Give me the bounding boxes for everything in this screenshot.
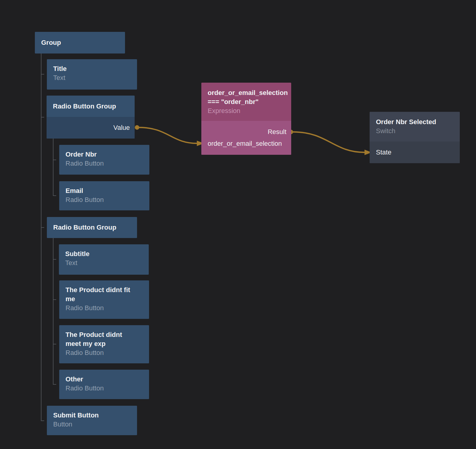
node-radio-button-group-1[interactable]: Radio Button Group Value bbox=[47, 96, 135, 139]
node-title: order_or_email_selection === "order_nbr" bbox=[208, 88, 287, 106]
node-title-text[interactable]: Title Text bbox=[47, 59, 137, 90]
node-title: Email bbox=[66, 186, 131, 195]
tree-tick-product-fit bbox=[53, 299, 56, 300]
node-subtitle: Switch bbox=[376, 127, 456, 136]
node-title: Submit Button bbox=[53, 411, 119, 420]
node-title: Order Nbr Selected bbox=[376, 118, 441, 127]
tree-tick-other bbox=[53, 384, 56, 385]
wire-value-to-expression[interactable] bbox=[139, 127, 197, 143]
node-subtitle: Radio Button bbox=[66, 304, 145, 313]
node-editor-canvas[interactable]: Group Title Text Radio Button Group Valu… bbox=[0, 0, 476, 449]
port-value-label: Value bbox=[113, 123, 130, 132]
node-title: Radio Button Group bbox=[53, 223, 119, 232]
node-radio-button-group-2[interactable]: Radio Button Group bbox=[47, 217, 137, 238]
tree-line-radio-group-1-children bbox=[53, 139, 53, 196]
tree-line-group-children bbox=[41, 53, 41, 421]
node-subtitle: Radio Button bbox=[66, 384, 145, 393]
tree-tick-product-meet bbox=[53, 344, 56, 344]
port-dot-value[interactable] bbox=[135, 125, 139, 130]
port-state-label: State bbox=[376, 148, 391, 157]
tree-tick-title bbox=[41, 74, 44, 75]
tree-tick-order-nbr bbox=[53, 160, 56, 160]
node-title: The Product didnt meet my exp bbox=[66, 330, 131, 348]
node-group[interactable]: Group bbox=[35, 32, 125, 53]
tree-tick-radio-group-1 bbox=[41, 117, 44, 118]
node-title: Subtitle bbox=[65, 249, 131, 258]
node-title: Radio Button Group bbox=[53, 102, 118, 111]
node-title: The Product didnt fit me bbox=[66, 286, 131, 304]
node-group-title: Group bbox=[41, 38, 107, 47]
tree-tick-subtitle bbox=[53, 259, 56, 260]
node-subtitle: Radio Button bbox=[66, 348, 145, 357]
node-other[interactable]: Other Radio Button bbox=[59, 370, 149, 399]
wire-result-to-state[interactable] bbox=[293, 132, 365, 152]
node-submit-button[interactable]: Submit Button Button bbox=[47, 406, 137, 435]
node-title: Title bbox=[53, 64, 119, 73]
node-subtitle: Radio Button bbox=[66, 195, 145, 204]
node-expression[interactable]: order_or_email_selection === "order_nbr"… bbox=[201, 83, 291, 155]
node-order-nbr[interactable]: Order Nbr Radio Button bbox=[59, 145, 149, 175]
tree-tick-email bbox=[53, 195, 56, 196]
port-result[interactable]: Result bbox=[201, 126, 291, 138]
port-state[interactable]: State bbox=[370, 147, 460, 158]
port-order-or-email-selection-label: order_or_email_selection bbox=[208, 139, 282, 148]
node-subtitle: Radio Button bbox=[66, 159, 145, 168]
node-title: Order Nbr bbox=[66, 150, 131, 159]
tree-line-radio-group-2-children bbox=[53, 238, 53, 385]
node-subtitle: Text bbox=[53, 73, 133, 82]
port-value[interactable]: Value bbox=[47, 122, 135, 134]
node-subtitle: Expression bbox=[208, 106, 287, 115]
tree-tick-submit bbox=[41, 420, 44, 421]
node-product-didnt-meet[interactable]: The Product didnt meet my exp Radio Butt… bbox=[59, 325, 149, 363]
node-switch[interactable]: Order Nbr Selected Switch State bbox=[370, 112, 460, 163]
node-product-didnt-fit[interactable]: The Product didnt fit me Radio Button bbox=[59, 280, 149, 319]
port-order-or-email-selection[interactable]: order_or_email_selection bbox=[201, 138, 291, 150]
tree-tick-radio-group-2 bbox=[41, 227, 44, 228]
node-subtitle: Text bbox=[65, 258, 145, 267]
node-subtitle: Button bbox=[53, 420, 133, 429]
port-result-label: Result bbox=[268, 127, 286, 136]
node-title: Other bbox=[66, 375, 131, 384]
node-subtitle-text[interactable]: Subtitle Text bbox=[59, 244, 149, 275]
node-email[interactable]: Email Radio Button bbox=[59, 181, 149, 210]
